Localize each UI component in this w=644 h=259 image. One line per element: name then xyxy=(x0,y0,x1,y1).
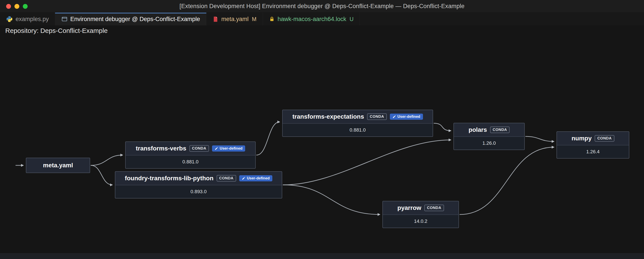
node-header: numpyCONDA xyxy=(557,132,629,145)
node-version: 1.26.4 xyxy=(557,145,629,158)
pencil-icon xyxy=(215,147,218,150)
node-title: numpy xyxy=(572,135,592,142)
graph-node-numpy[interactable]: numpyCONDA1.26.4 xyxy=(556,131,629,158)
node-title: transforms-expectations xyxy=(292,113,364,120)
node-version: 14.0.2 xyxy=(383,214,458,228)
conda-badge: CONDA xyxy=(217,175,236,182)
node-version: 0.893.0 xyxy=(115,185,282,198)
node-title: pyarrow xyxy=(397,204,421,212)
user-defined-label: User-defined xyxy=(398,114,420,119)
node-version: 0.881.0 xyxy=(126,155,255,168)
user-defined-label: User-defined xyxy=(247,176,270,180)
status-strip xyxy=(0,253,644,259)
conda-badge: CONDA xyxy=(367,114,386,120)
node-header: transforms-expectationsCONDAUser-defined xyxy=(283,110,432,123)
graph-node-pyarrow[interactable]: pyarrowCONDA14.0.2 xyxy=(382,201,459,228)
conda-badge: CONDA xyxy=(595,135,614,142)
user-defined-label: User-defined xyxy=(220,146,242,151)
node-title: meta.yaml xyxy=(43,162,73,169)
node-version: 0.881.0 xyxy=(283,123,432,136)
node-title: transforms-verbs xyxy=(136,145,186,152)
node-title: polars xyxy=(468,126,487,133)
conda-badge: CONDA xyxy=(424,204,444,211)
graph-node-polars[interactable]: polarsCONDA1.26.0 xyxy=(454,123,525,150)
node-header: polarsCONDA xyxy=(454,123,524,136)
pencil-icon xyxy=(392,115,396,118)
node-header: meta.yaml xyxy=(26,158,90,172)
pencil-icon xyxy=(242,176,245,180)
node-header: transforms-verbsCONDAUser-defined xyxy=(126,142,255,155)
node-header: foundry-transforms-lib-pythonCONDAUser-d… xyxy=(115,172,282,185)
node-title: foundry-transforms-lib-python xyxy=(125,175,213,182)
user-defined-badge: User-defined xyxy=(390,114,423,120)
conda-badge: CONDA xyxy=(490,126,510,133)
user-defined-badge: User-defined xyxy=(239,175,272,181)
graph-node-foundry-transforms-lib-python[interactable]: foundry-transforms-lib-pythonCONDAUser-d… xyxy=(115,171,282,198)
node-version: 1.26.0 xyxy=(454,136,524,150)
graph-node-meta-yaml[interactable]: meta.yaml xyxy=(26,158,90,173)
user-defined-badge: User-defined xyxy=(212,146,245,152)
node-header: pyarrowCONDA xyxy=(383,201,458,214)
graph-node-transforms-expectations[interactable]: transforms-expectationsCONDAUser-defined… xyxy=(282,110,433,137)
conda-badge: CONDA xyxy=(190,145,209,152)
graph-node-transforms-verbs[interactable]: transforms-verbsCONDAUser-defined0.881.0 xyxy=(125,142,256,169)
graph-layer: meta.yamltransforms-verbsCONDAUser-defin… xyxy=(0,0,644,259)
